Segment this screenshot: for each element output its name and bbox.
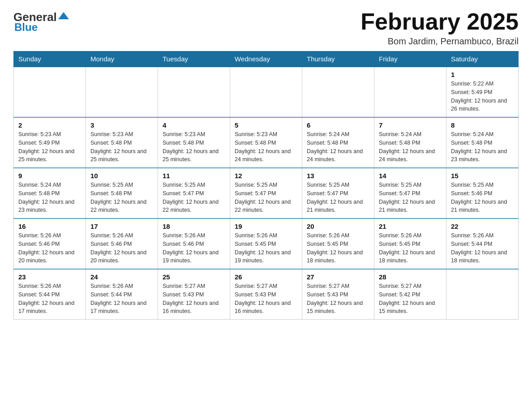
- day-number: 19: [235, 223, 297, 230]
- calendar-cell: 1Sunrise: 5:22 AMSunset: 5:49 PMDaylight…: [446, 67, 519, 117]
- calendar-cell: 26Sunrise: 5:27 AMSunset: 5:43 PMDayligh…: [230, 269, 302, 320]
- day-number: 22: [451, 223, 514, 230]
- day-number: 15: [451, 172, 514, 180]
- day-number: 9: [18, 172, 81, 180]
- day-number: 12: [235, 172, 297, 180]
- logo: General Blue: [13, 11, 69, 34]
- calendar-cell: 22Sunrise: 5:26 AMSunset: 5:44 PMDayligh…: [446, 218, 519, 269]
- header-monday: Monday: [86, 51, 158, 67]
- calendar-table: Sunday Monday Tuesday Wednesday Thursday…: [13, 51, 519, 320]
- calendar-cell: 20Sunrise: 5:26 AMSunset: 5:45 PMDayligh…: [302, 218, 374, 269]
- day-number: 13: [307, 172, 369, 180]
- calendar-cell: 13Sunrise: 5:25 AMSunset: 5:47 PMDayligh…: [302, 168, 374, 218]
- day-number: 8: [451, 121, 514, 129]
- month-title: February 2025: [360, 9, 519, 34]
- day-info: Sunrise: 5:25 AMSunset: 5:47 PMDaylight:…: [163, 181, 225, 214]
- day-info: Sunrise: 5:26 AMSunset: 5:46 PMDaylight:…: [163, 231, 225, 265]
- day-number: 6: [307, 121, 369, 129]
- day-number: 26: [235, 273, 297, 281]
- day-info: Sunrise: 5:23 AMSunset: 5:48 PMDaylight:…: [235, 130, 297, 164]
- calendar-cell: 9Sunrise: 5:24 AMSunset: 5:48 PMDaylight…: [14, 168, 86, 218]
- calendar-week-5: 23Sunrise: 5:26 AMSunset: 5:44 PMDayligh…: [14, 269, 519, 320]
- header-thursday: Thursday: [302, 51, 374, 67]
- calendar-cell: 28Sunrise: 5:27 AMSunset: 5:42 PMDayligh…: [374, 269, 446, 320]
- day-info: Sunrise: 5:23 AMSunset: 5:49 PMDaylight:…: [18, 130, 81, 164]
- day-number: 11: [163, 172, 225, 180]
- day-number: 28: [379, 273, 442, 281]
- day-info: Sunrise: 5:26 AMSunset: 5:45 PMDaylight:…: [307, 231, 369, 265]
- calendar-cell: 5Sunrise: 5:23 AMSunset: 5:48 PMDaylight…: [230, 117, 302, 168]
- day-number: 1: [451, 71, 514, 78]
- header-tuesday: Tuesday: [158, 51, 230, 67]
- day-info: Sunrise: 5:25 AMSunset: 5:48 PMDaylight:…: [90, 181, 153, 214]
- day-number: 27: [307, 273, 369, 281]
- day-number: 16: [18, 223, 81, 230]
- day-info: Sunrise: 5:26 AMSunset: 5:44 PMDaylight:…: [90, 282, 153, 316]
- day-number: 4: [163, 121, 225, 129]
- logo-blue: Blue: [14, 21, 38, 34]
- day-info: Sunrise: 5:26 AMSunset: 5:44 PMDaylight:…: [451, 231, 514, 265]
- calendar-cell: 10Sunrise: 5:25 AMSunset: 5:48 PMDayligh…: [86, 168, 158, 218]
- day-number: 7: [379, 121, 442, 129]
- calendar-cell: [446, 269, 519, 320]
- day-info: Sunrise: 5:27 AMSunset: 5:43 PMDaylight:…: [163, 282, 225, 316]
- calendar-cell: 8Sunrise: 5:24 AMSunset: 5:48 PMDaylight…: [446, 117, 519, 168]
- calendar-week-2: 2Sunrise: 5:23 AMSunset: 5:49 PMDaylight…: [14, 117, 519, 168]
- day-info: Sunrise: 5:26 AMSunset: 5:45 PMDaylight:…: [235, 231, 297, 265]
- calendar-week-3: 9Sunrise: 5:24 AMSunset: 5:48 PMDaylight…: [14, 168, 519, 218]
- day-number: 23: [18, 273, 81, 281]
- calendar-cell: [158, 67, 230, 117]
- day-number: 20: [307, 223, 369, 230]
- day-number: 25: [163, 273, 225, 281]
- calendar-cell: [230, 67, 302, 117]
- calendar-cell: [302, 67, 374, 117]
- day-info: Sunrise: 5:26 AMSunset: 5:46 PMDaylight:…: [18, 231, 81, 265]
- day-info: Sunrise: 5:24 AMSunset: 5:48 PMDaylight:…: [307, 130, 369, 164]
- day-info: Sunrise: 5:24 AMSunset: 5:48 PMDaylight:…: [18, 181, 81, 214]
- calendar-cell: [374, 67, 446, 117]
- calendar-week-4: 16Sunrise: 5:26 AMSunset: 5:46 PMDayligh…: [14, 218, 519, 269]
- header-saturday: Saturday: [446, 51, 519, 67]
- header-friday: Friday: [374, 51, 446, 67]
- calendar-cell: 16Sunrise: 5:26 AMSunset: 5:46 PMDayligh…: [14, 218, 86, 269]
- day-info: Sunrise: 5:26 AMSunset: 5:46 PMDaylight:…: [90, 231, 153, 265]
- day-number: 17: [90, 223, 153, 230]
- calendar-cell: 15Sunrise: 5:25 AMSunset: 5:46 PMDayligh…: [446, 168, 519, 218]
- calendar-cell: [14, 67, 86, 117]
- day-number: 21: [379, 223, 442, 230]
- day-number: 24: [90, 273, 153, 281]
- calendar-cell: 19Sunrise: 5:26 AMSunset: 5:45 PMDayligh…: [230, 218, 302, 269]
- calendar-cell: [86, 67, 158, 117]
- calendar-cell: 25Sunrise: 5:27 AMSunset: 5:43 PMDayligh…: [158, 269, 230, 320]
- day-number: 5: [235, 121, 297, 129]
- calendar-cell: 17Sunrise: 5:26 AMSunset: 5:46 PMDayligh…: [86, 218, 158, 269]
- calendar-cell: 24Sunrise: 5:26 AMSunset: 5:44 PMDayligh…: [86, 269, 158, 320]
- header-wednesday: Wednesday: [230, 51, 302, 67]
- day-info: Sunrise: 5:23 AMSunset: 5:48 PMDaylight:…: [90, 130, 153, 164]
- calendar-cell: 21Sunrise: 5:26 AMSunset: 5:45 PMDayligh…: [374, 218, 446, 269]
- day-info: Sunrise: 5:24 AMSunset: 5:48 PMDaylight:…: [379, 130, 442, 164]
- day-info: Sunrise: 5:25 AMSunset: 5:47 PMDaylight:…: [307, 181, 369, 214]
- day-info: Sunrise: 5:27 AMSunset: 5:43 PMDaylight:…: [307, 282, 369, 316]
- calendar-cell: 6Sunrise: 5:24 AMSunset: 5:48 PMDaylight…: [302, 117, 374, 168]
- day-info: Sunrise: 5:25 AMSunset: 5:47 PMDaylight:…: [379, 181, 442, 214]
- day-info: Sunrise: 5:27 AMSunset: 5:43 PMDaylight:…: [235, 282, 297, 316]
- day-info: Sunrise: 5:25 AMSunset: 5:46 PMDaylight:…: [451, 181, 514, 214]
- calendar-cell: 11Sunrise: 5:25 AMSunset: 5:47 PMDayligh…: [158, 168, 230, 218]
- calendar-cell: 14Sunrise: 5:25 AMSunset: 5:47 PMDayligh…: [374, 168, 446, 218]
- calendar-cell: 12Sunrise: 5:25 AMSunset: 5:47 PMDayligh…: [230, 168, 302, 218]
- calendar-cell: 7Sunrise: 5:24 AMSunset: 5:48 PMDaylight…: [374, 117, 446, 168]
- calendar-cell: 3Sunrise: 5:23 AMSunset: 5:48 PMDaylight…: [86, 117, 158, 168]
- calendar-cell: 2Sunrise: 5:23 AMSunset: 5:49 PMDaylight…: [14, 117, 86, 168]
- day-info: Sunrise: 5:25 AMSunset: 5:47 PMDaylight:…: [235, 181, 297, 214]
- page-header: General Blue February 2025 Bom Jardim, P…: [13, 9, 519, 47]
- day-number: 10: [90, 172, 153, 180]
- day-info: Sunrise: 5:27 AMSunset: 5:42 PMDaylight:…: [379, 282, 442, 316]
- day-info: Sunrise: 5:26 AMSunset: 5:45 PMDaylight:…: [379, 231, 442, 265]
- calendar-cell: 4Sunrise: 5:23 AMSunset: 5:48 PMDaylight…: [158, 117, 230, 168]
- calendar-cell: 18Sunrise: 5:26 AMSunset: 5:46 PMDayligh…: [158, 218, 230, 269]
- day-number: 18: [163, 223, 225, 230]
- day-info: Sunrise: 5:22 AMSunset: 5:49 PMDaylight:…: [451, 80, 514, 113]
- calendar-cell: 23Sunrise: 5:26 AMSunset: 5:44 PMDayligh…: [14, 269, 86, 320]
- calendar-week-1: 1Sunrise: 5:22 AMSunset: 5:49 PMDaylight…: [14, 67, 519, 117]
